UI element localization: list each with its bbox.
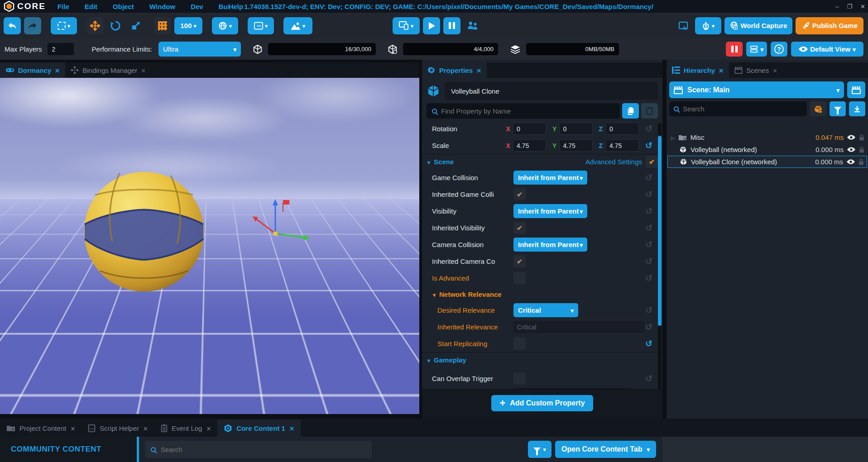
scale-z-input[interactable] xyxy=(605,139,639,152)
close-icon[interactable] xyxy=(476,67,481,74)
capture-mode-dropdown[interactable] xyxy=(695,17,721,34)
perf-pause-button[interactable] xyxy=(726,42,743,57)
scene-selector-dropdown[interactable]: Scene: Main xyxy=(669,81,844,98)
world-space-dropdown[interactable] xyxy=(212,17,238,34)
reset-icon[interactable] xyxy=(645,206,652,216)
reset-icon[interactable] xyxy=(645,338,652,349)
reset-icon[interactable] xyxy=(645,273,652,283)
menu-build[interactable]: Build xyxy=(219,3,229,10)
inherited-camera-collision-checkbox[interactable] xyxy=(513,255,526,267)
start-replicating-checkbox[interactable] xyxy=(513,338,526,350)
screen-mode-dropdown[interactable]: <> xyxy=(248,17,274,34)
reset-icon[interactable] xyxy=(645,373,652,384)
snap-size-dropdown[interactable]: 100 xyxy=(174,17,202,34)
advanced-settings-checkbox[interactable] xyxy=(646,156,658,168)
pop-out-viewport-button[interactable] xyxy=(675,17,692,34)
open-scenes-button[interactable] xyxy=(847,81,865,98)
eye-icon[interactable] xyxy=(847,147,855,152)
hierarchy-filter-button[interactable] xyxy=(830,101,846,116)
advanced-settings-toggle[interactable]: Advanced Settings xyxy=(585,156,658,168)
close-icon[interactable] xyxy=(55,67,60,74)
content-filter-dropdown[interactable] xyxy=(528,441,551,458)
visibility-dropdown[interactable]: Inherit from Parent xyxy=(513,204,587,218)
lock-icon[interactable] xyxy=(859,147,864,153)
undo-button[interactable] xyxy=(4,17,21,34)
game-collision-dropdown[interactable]: Inherit from Parent xyxy=(513,171,587,185)
rotation-y-input[interactable] xyxy=(559,123,593,135)
menu-file[interactable]: File xyxy=(58,3,69,10)
tab-project-content[interactable]: Project Content xyxy=(0,419,82,437)
close-button[interactable]: ✕ xyxy=(860,3,865,10)
storage-dropdown[interactable] xyxy=(746,42,767,57)
menu-window[interactable]: Window xyxy=(149,3,175,10)
properties-scroll-area[interactable]: Rotation X Y Z Scale X Y Z xyxy=(422,120,662,389)
close-icon[interactable] xyxy=(70,424,75,432)
terrain-dropdown[interactable] xyxy=(283,17,312,34)
hierarchy-search-input[interactable] xyxy=(669,101,807,116)
hierarchy-row-volleyball[interactable]: Volleyball (networked) 0.000 ms xyxy=(667,143,867,156)
tab-core-content-1[interactable]: Core Content 1 xyxy=(217,419,300,437)
open-core-content-tab-button[interactable]: Open Core Content Tab xyxy=(555,441,656,458)
section-scene[interactable]: Scene Advanced Settings xyxy=(422,154,662,169)
tab-scenes[interactable]: Scenes xyxy=(729,62,783,78)
reset-icon[interactable] xyxy=(645,239,652,250)
scale-tool-button[interactable] xyxy=(127,17,144,34)
reset-icon[interactable] xyxy=(645,124,652,134)
menu-help[interactable]: Help xyxy=(229,3,244,10)
rotate-tool-button[interactable] xyxy=(107,17,124,34)
section-gameplay[interactable]: Gameplay xyxy=(422,352,662,367)
section-network-relevance[interactable]: Network Relevance xyxy=(422,286,662,302)
content-search-input[interactable] xyxy=(145,441,372,458)
transform-gizmo[interactable] xyxy=(239,194,312,266)
reset-icon[interactable] xyxy=(645,305,652,315)
desired-relevance-dropdown[interactable]: Critical xyxy=(513,303,578,317)
max-players-input[interactable] xyxy=(48,43,74,55)
camera-collision-dropdown[interactable]: Inherit from Parent xyxy=(513,238,587,252)
reset-icon[interactable] xyxy=(645,256,652,267)
device-preview-dropdown[interactable] xyxy=(393,17,420,34)
reset-icon[interactable] xyxy=(645,322,652,332)
is-advanced-checkbox[interactable] xyxy=(513,272,526,284)
hierarchy-row-misc[interactable]: Misc 0.047 ms xyxy=(667,131,867,143)
tab-dormancy[interactable]: Dormancy xyxy=(0,62,65,78)
close-icon[interactable] xyxy=(772,67,777,74)
menu-object[interactable]: Object xyxy=(113,3,134,10)
help-button[interactable]: ? xyxy=(771,42,787,57)
select-mode-dropdown[interactable] xyxy=(51,17,77,34)
copy-properties-button[interactable] xyxy=(622,103,639,119)
default-view-dropdown[interactable]: Default View xyxy=(791,42,863,57)
reset-icon[interactable] xyxy=(645,189,652,200)
lock-icon[interactable] xyxy=(858,159,864,165)
expand-icon[interactable] xyxy=(671,133,675,141)
minimize-button[interactable]: – xyxy=(835,3,839,10)
inherited-visibility-checkbox[interactable] xyxy=(513,222,526,234)
tab-event-log[interactable]: Event Log xyxy=(154,419,217,437)
eye-icon[interactable] xyxy=(847,135,855,140)
lock-icon[interactable] xyxy=(859,134,864,141)
reset-icon[interactable] xyxy=(645,140,652,151)
scrollbar-thumb[interactable] xyxy=(658,136,662,326)
reset-icon[interactable] xyxy=(645,223,652,233)
scale-y-input[interactable] xyxy=(559,139,593,152)
can-overlap-triggers-checkbox[interactable] xyxy=(513,372,526,385)
close-icon[interactable] xyxy=(143,424,148,432)
publish-game-button[interactable]: Publish Game xyxy=(796,17,863,34)
viewport-3d-scene[interactable] xyxy=(0,78,419,414)
menu-edit[interactable]: Edit xyxy=(85,3,97,10)
redo-button[interactable] xyxy=(24,17,41,34)
inherited-game-collision-checkbox[interactable] xyxy=(513,188,526,200)
multiplayer-preview-button[interactable] xyxy=(464,17,482,34)
close-icon[interactable] xyxy=(141,67,146,74)
rotation-x-input[interactable] xyxy=(513,123,546,135)
find-property-input[interactable] xyxy=(427,103,620,119)
collapse-all-button[interactable] xyxy=(849,101,865,116)
scale-x-input[interactable] xyxy=(513,139,546,152)
close-icon[interactable] xyxy=(289,424,294,432)
tab-bindings-manager[interactable]: Bindings Manager xyxy=(65,62,151,78)
pause-button[interactable] xyxy=(443,17,460,34)
tab-hierarchy[interactable]: Hierarchy xyxy=(667,62,729,78)
rotation-z-input[interactable] xyxy=(605,123,639,135)
add-custom-property-button[interactable]: + Add Custom Property xyxy=(491,395,593,411)
close-icon[interactable] xyxy=(206,424,211,432)
tab-script-helper[interactable]: <> Script Helper xyxy=(82,419,154,437)
